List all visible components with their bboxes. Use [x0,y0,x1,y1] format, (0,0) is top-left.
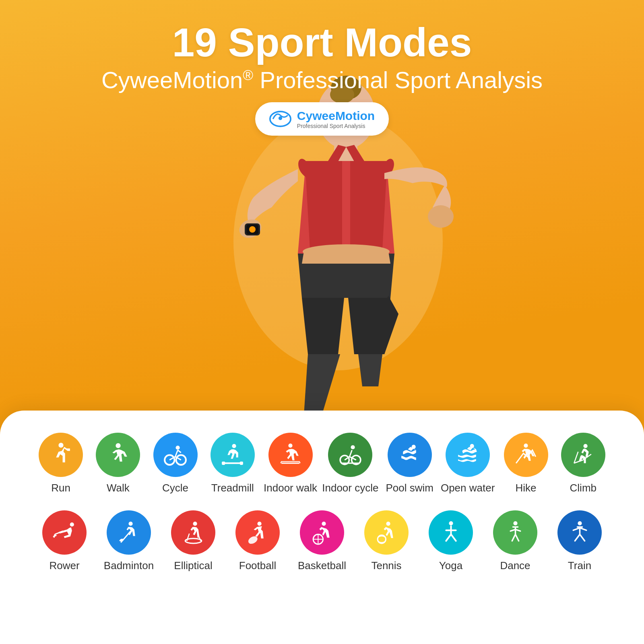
sport-label-dance: Dance [500,559,530,572]
logo-brand: CyweeMotion [297,109,375,123]
sport-icon-pool-swim [388,433,432,477]
sport-item-dance: Dance [489,510,541,572]
sports-row-2: RowerBadmintonEllipticalFootballBasketba… [32,510,612,572]
sport-item-hike: Hike [500,433,552,494]
sport-label-pool-swim: Pool swim [386,482,433,494]
sport-icon-indoor-walk [268,433,313,477]
svg-point-21 [288,444,292,448]
sport-item-walk: Walk [92,433,144,494]
sports-panel: RunWalkCycleTreadmillIndoor walkIndoor c… [0,411,644,644]
main-title: 19 Sport Modes [0,20,644,64]
svg-point-13 [116,443,120,448]
svg-point-47 [578,521,582,525]
sports-row-1: RunWalkCycleTreadmillIndoor walkIndoor c… [32,433,612,494]
sport-icon-elliptical [171,510,215,555]
svg-point-16 [176,446,180,450]
svg-point-8 [428,205,454,228]
logo-brand-cywee: Cywee [297,109,335,122]
sport-label-football: Football [239,559,277,572]
sport-label-run: Run [51,482,70,494]
sport-label-elliptical: Elliptical [174,559,212,572]
logo-text-block: CyweeMotion Professional Sport Analysis [297,109,375,129]
main-container: 19 Sport Modes CyweeMotion® Professional… [0,0,644,644]
sport-item-football: Football [231,510,284,572]
sport-icon-walk [96,433,140,477]
sport-icon-treadmill [211,433,255,477]
svg-point-1 [279,116,282,120]
logo-tagline: Professional Sport Analysis [297,123,365,129]
sport-icon-train [557,510,602,555]
sub-title-text: Professional Sport Analysis [260,67,543,93]
sport-item-tennis: Tennis [360,510,413,572]
sport-item-indoor-walk: Indoor walk [264,433,317,494]
sport-icon-open-water [446,433,490,477]
sport-item-pool-swim: Pool swim [384,433,436,494]
svg-point-33 [193,522,197,526]
svg-point-12 [303,244,390,259]
sport-label-train: Train [568,559,591,572]
svg-point-31 [128,522,132,526]
sport-label-indoor-walk: Indoor walk [264,482,317,494]
header-section: 19 Sport Modes CyweeMotion® Professional… [0,0,644,136]
sport-item-elliptical: Elliptical [167,510,219,572]
svg-rect-20 [240,461,243,464]
sport-label-hike: Hike [516,482,537,494]
sport-item-cycle: Cycle [149,433,202,494]
svg-point-37 [257,522,261,526]
sport-icon-run [39,433,83,477]
svg-point-29 [584,444,588,448]
sub-title: CyweeMotion® Professional Sport Analysis [0,66,644,93]
svg-point-28 [524,444,528,448]
sport-icon-cycle [153,433,198,477]
sport-label-yoga: Yoga [439,559,462,572]
svg-line-36 [198,535,200,541]
sports-grid: RunWalkCycleTreadmillIndoor walkIndoor c… [32,433,612,572]
svg-line-35 [187,533,189,541]
sport-item-rower: Rower [38,510,91,572]
svg-rect-19 [222,461,225,464]
sport-item-run: Run [35,433,87,494]
sport-item-basketball: Basketball [296,510,348,572]
sport-item-indoor-cycle: Indoor cycle [322,433,378,494]
sport-icon-badminton [107,510,151,555]
sport-icon-football [235,510,280,555]
sport-label-indoor-cycle: Indoor cycle [322,482,378,494]
svg-point-24 [351,445,355,449]
sport-icon-indoor-cycle [328,433,372,477]
sport-icon-tennis [364,510,409,555]
svg-point-17 [232,444,236,448]
sport-item-train: Train [553,510,606,572]
sport-label-cycle: Cycle [162,482,188,494]
sport-icon-basketball [300,510,344,555]
svg-point-46 [513,521,517,525]
sport-item-climb: Climb [557,433,609,494]
sport-label-treadmill: Treadmill [211,482,254,494]
sport-icon-dance [493,510,537,555]
brand-name: CyweeMotion® [101,67,253,93]
svg-point-30 [70,522,74,526]
sport-icon-climb [561,433,605,477]
svg-point-39 [322,522,326,526]
sport-label-rower: Rower [49,559,79,572]
svg-point-11 [249,226,256,233]
sport-icon-hike [504,433,548,477]
sport-icon-yoga [429,510,473,555]
sport-item-yoga: Yoga [425,510,477,572]
sport-label-climb: Climb [570,482,597,494]
logo-brand-motion: Motion [335,109,375,122]
sport-label-basketball: Basketball [298,559,346,572]
cyweemotion-logo-icon [269,108,291,130]
svg-point-43 [386,522,390,526]
svg-rect-18 [223,462,242,464]
sport-label-open-water: Open water [441,482,495,494]
sport-label-badminton: Badminton [104,559,154,572]
sport-item-open-water: Open water [441,433,495,494]
logo-badge: CyweeMotion Professional Sport Analysis [255,102,389,136]
sport-icon-rower [42,510,87,555]
sport-item-treadmill: Treadmill [206,433,259,494]
sport-item-badminton: Badminton [103,510,155,572]
sport-label-walk: Walk [107,482,130,494]
sport-label-tennis: Tennis [371,559,401,572]
svg-point-45 [449,521,453,525]
